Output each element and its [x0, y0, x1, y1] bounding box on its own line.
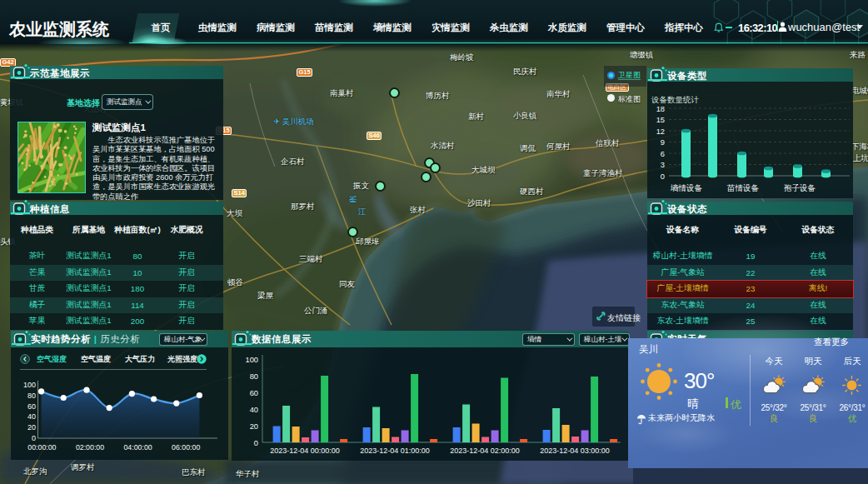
svg-text:40: 40 [27, 412, 36, 421]
svg-text:0: 0 [661, 172, 665, 181]
svg-text:100: 100 [245, 356, 258, 364]
svg-text:9: 9 [661, 138, 665, 147]
svg-text:15: 15 [656, 116, 665, 124]
svg-text:孢子设备: 孢子设备 [784, 183, 816, 192]
svg-text:6: 6 [661, 150, 665, 158]
svg-text:0: 0 [32, 434, 36, 442]
svg-text:20: 20 [27, 423, 36, 432]
svg-text:100: 100 [23, 381, 36, 389]
svg-text:2023-12-04 01:00:00: 2023-12-04 01:00:00 [360, 447, 430, 455]
svg-text:2023-12-04 00:00:00: 2023-12-04 00:00:00 [270, 447, 340, 455]
svg-text:80: 80 [27, 392, 36, 400]
svg-text:00:00:00: 00:00:00 [27, 443, 56, 452]
svg-text:60: 60 [27, 402, 36, 411]
svg-text:20: 20 [250, 422, 258, 431]
svg-text:墒情设备: 墒情设备 [670, 183, 703, 192]
svg-text:2023-12-04 03:00:00: 2023-12-04 03:00:00 [540, 447, 610, 455]
svg-text:80: 80 [250, 372, 258, 381]
svg-text:02:00:00: 02:00:00 [76, 443, 104, 452]
svg-text:40: 40 [250, 406, 258, 414]
svg-text:18: 18 [656, 105, 665, 113]
svg-text:0: 0 [254, 439, 258, 447]
svg-text:2023-12-04 02:00:00: 2023-12-04 02:00:00 [450, 447, 520, 455]
svg-text:06:00:00: 06:00:00 [172, 443, 200, 452]
svg-text:3: 3 [661, 161, 665, 169]
svg-text:苗情设备: 苗情设备 [727, 183, 760, 192]
svg-text:设备数量统计: 设备数量统计 [651, 95, 700, 104]
svg-text:60: 60 [250, 389, 258, 397]
svg-text:04:00:00: 04:00:00 [123, 443, 152, 452]
svg-text:12: 12 [656, 127, 665, 136]
